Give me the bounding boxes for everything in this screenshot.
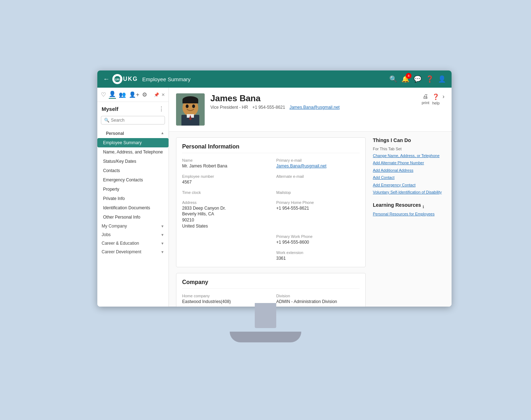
print-button[interactable]: 🖨 print (422, 93, 429, 105)
search-box: 🔍 (101, 116, 165, 124)
add-person-icon[interactable]: 👤+ (129, 91, 139, 98)
employee-number-value: 4567 (182, 179, 266, 185)
sidebar-item-identification[interactable]: Identification Documents (97, 203, 169, 213)
personal-section-toggle[interactable]: Personal ▲ (97, 127, 169, 138)
page-title-header: Employee Summary (142, 76, 389, 82)
company-card: Company Home company Eastwood Industries… (176, 273, 366, 307)
sidebar-header: Myself ⋮ (97, 102, 169, 114)
add-alt-phone-link[interactable]: Add Alternate Phone Number (373, 160, 444, 166)
career-education-chevron: ▼ (161, 241, 164, 245)
division-label: Division (276, 294, 360, 298)
employee-name: James Bana (210, 93, 422, 103)
user-icon[interactable]: 👤 (438, 75, 446, 83)
home-company-label: Home company (182, 294, 266, 298)
mailstop-label: Mailstop (276, 190, 360, 195)
voluntary-self-id-link[interactable]: Voluntary Self-Identification of Disabil… (373, 190, 444, 195)
company-title: Company (182, 279, 360, 289)
ukg-logo-icon: UKG (112, 74, 122, 84)
alternate-email-label: Alternate e-mail (276, 174, 360, 179)
back-button[interactable]: ← (103, 75, 109, 83)
sidebar-item-status-key-dates[interactable]: Status/Key Dates (97, 157, 169, 166)
work-phone-label: Primary Work Phone (276, 234, 360, 239)
primary-email-value[interactable]: James.Bana@usgmail.net (276, 163, 360, 169)
my-company-label: My Company (102, 224, 127, 229)
pin-icon[interactable]: 📌 (154, 92, 159, 97)
sidebar-item-other-personal[interactable]: Other Personal Info (97, 213, 169, 222)
stand-neck (255, 303, 276, 328)
employee-title: Vice President - HR (210, 105, 248, 110)
ukg-text: UKG (123, 76, 138, 82)
add-contact-link[interactable]: Add Contact (373, 175, 444, 180)
work-extension-field: Work extension 3361 (276, 250, 360, 262)
search-input[interactable] (111, 118, 165, 123)
for-tab-set-label: For This Tab Set (373, 147, 444, 151)
favorite-icon[interactable]: ♡ (101, 91, 106, 98)
home-phone-value: +1 954-555-8621 (276, 205, 360, 211)
time-clock-label: Time clock (182, 190, 266, 195)
search-box-icon: 🔍 (104, 118, 109, 123)
jobs-group[interactable]: Jobs ▼ (97, 230, 169, 239)
career-development-group[interactable]: Career Development ▼ (97, 248, 169, 256)
sidebar: ♡ 👤 👥 👤+ ⚙ 📌 ✕ Myself ⋮ 🔍 (97, 88, 169, 307)
help-circle-icon: ❓ (432, 93, 439, 100)
employee-number-label: Employee number (182, 174, 266, 179)
team-icon[interactable]: 👥 (119, 91, 126, 98)
svg-point-9 (192, 104, 195, 108)
content-area: Personal Information Name Mr. James Robe… (169, 132, 452, 307)
sidebar-item-property[interactable]: Property (97, 185, 169, 194)
career-education-label: Career & Education (102, 241, 139, 246)
sidebar-item-name-address[interactable]: Name, Address, and Telephone (97, 147, 169, 157)
learning-info-icon[interactable]: ℹ (423, 205, 424, 209)
sidebar-item-private-info[interactable]: Private Info (97, 194, 169, 203)
right-panel: Things I Can Do For This Tab Set Change … (373, 137, 444, 307)
svg-rect-7 (182, 100, 198, 103)
sidebar-item-emergency-contacts[interactable]: Emergency Contacts (97, 175, 169, 185)
my-company-group[interactable]: My Company ▼ (97, 222, 169, 230)
alternate-email-field: Alternate e-mail (276, 174, 360, 185)
top-header: ← UKG UKG Employee Summary 🔍 🔔 (97, 70, 452, 88)
home-phone-field: Primary Home Phone +1 954-555-8621 (276, 200, 360, 229)
work-phone-value: +1 954-555-8600 (276, 239, 360, 245)
employee-email[interactable]: James.Bana@usgmail.net (289, 105, 340, 110)
monitor-stand (230, 303, 301, 350)
sidebar-title: Myself (102, 106, 118, 112)
employee-info: James Bana Vice President - HR +1 954-55… (210, 93, 422, 110)
name-value: Mr. James Robert Bana (182, 163, 266, 169)
sidebar-item-employee-summary[interactable]: Employee Summary (97, 138, 169, 147)
employee-avatar (176, 93, 205, 126)
app-body: ♡ 👤 👥 👤+ ⚙ 📌 ✕ Myself ⋮ 🔍 (97, 88, 452, 307)
address-field: Address 2833 Deep Canyon Dr. Beverly Hil… (182, 200, 266, 229)
career-development-chevron: ▼ (161, 250, 164, 254)
jobs-chevron: ▼ (161, 233, 164, 237)
settings-icon[interactable]: ⚙ (142, 91, 147, 98)
career-development-label: Career Development (102, 249, 141, 254)
person-icon[interactable]: 👤 (109, 91, 116, 99)
add-address-link[interactable]: Add Additional Address (373, 168, 444, 173)
svg-point-8 (186, 104, 189, 108)
help-label: help (432, 101, 440, 105)
help-icon[interactable]: ❓ (426, 75, 434, 83)
personal-resources-link[interactable]: Personal Resources for Employees (373, 211, 444, 217)
address-label: Address (182, 200, 266, 205)
my-company-chevron: ▼ (161, 224, 164, 228)
notifications-icon[interactable]: 🔔 8 (401, 75, 409, 83)
print-label: print (422, 101, 429, 105)
sidebar-item-contacts[interactable]: Contacts (97, 166, 169, 175)
work-extension-label: Work extension (276, 250, 360, 255)
change-name-link[interactable]: Change Name, Address, or Telephone (373, 153, 444, 158)
notification-badge: 8 (406, 73, 411, 79)
help-button[interactable]: ❓ help (432, 93, 440, 105)
career-education-group[interactable]: Career & Education ▼ (97, 239, 169, 248)
stand-base (230, 332, 301, 342)
personal-info-card: Personal Information Name Mr. James Robe… (176, 137, 366, 267)
mailstop-field: Mailstop (276, 190, 360, 195)
add-emergency-contact-link[interactable]: Add Emergency Contact (373, 182, 444, 188)
personal-section-label: Personal (102, 129, 128, 137)
more-button[interactable]: › (443, 93, 444, 100)
main-panels: Personal Information Name Mr. James Robe… (176, 137, 366, 307)
chat-icon[interactable]: 💬 (414, 75, 422, 83)
close-sidebar-icon[interactable]: ✕ (161, 92, 165, 97)
sidebar-top-icons: ♡ 👤 👥 👤+ ⚙ 📌 ✕ (97, 88, 169, 102)
search-icon[interactable]: 🔍 (389, 75, 397, 83)
sidebar-options-icon[interactable]: ⋮ (159, 106, 164, 112)
